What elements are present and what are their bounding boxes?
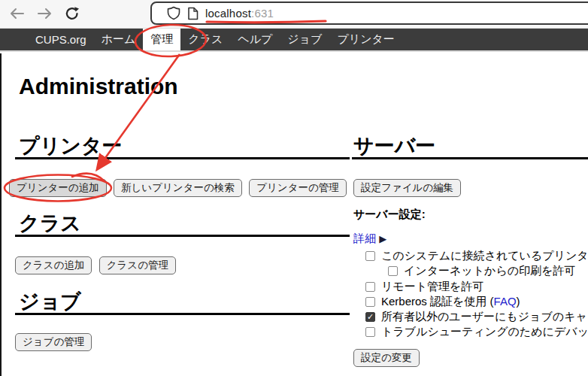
internet-printing-row: インターネットからの印刷を許可 xyxy=(388,263,576,278)
browser-toolbar: localhost:631 xyxy=(0,0,588,29)
manage-printers-button[interactable]: プリンターの管理 xyxy=(249,179,347,197)
url-host: localhost xyxy=(205,7,251,20)
reload-icon[interactable] xyxy=(65,6,80,24)
manage-jobs-button[interactable]: ジョブの管理 xyxy=(15,333,92,351)
cancel-jobs-checkbox[interactable]: ✓ xyxy=(365,312,375,322)
find-printers-button[interactable]: 新しいプリンターの検索 xyxy=(114,179,242,197)
printers-rule xyxy=(15,157,350,159)
server-rule xyxy=(352,157,588,159)
nav-home[interactable]: ホーム xyxy=(94,29,144,50)
cancel-jobs-row: ✓ 所有者以外のユーザーにもジョブのキャ xyxy=(365,309,587,324)
forward-icon[interactable] xyxy=(37,7,53,23)
edit-config-button[interactable]: 設定ファイルの編集 xyxy=(353,179,461,197)
url-text[interactable]: localhost:631 xyxy=(205,7,274,20)
share-printers-checkbox[interactable] xyxy=(365,251,375,261)
manage-classes-button[interactable]: クラスの管理 xyxy=(99,256,176,274)
debug-logging-label: トラブルシューティングのためにデバッ xyxy=(381,325,588,339)
classes-rule xyxy=(15,235,350,237)
jobs-rule xyxy=(15,313,350,315)
url-port: :631 xyxy=(251,7,274,20)
nav-classes[interactable]: クラス xyxy=(180,29,230,50)
debug-logging-checkbox[interactable] xyxy=(365,327,375,337)
internet-printing-label: インターネットからの印刷を許可 xyxy=(404,264,576,278)
internet-printing-checkbox[interactable] xyxy=(388,266,398,276)
nav-help[interactable]: ヘルプ xyxy=(230,29,280,50)
advanced-link[interactable]: 詳細 xyxy=(353,232,376,244)
cancel-jobs-label: 所有者以外のユーザーにもジョブのキャ xyxy=(381,310,587,324)
back-icon[interactable] xyxy=(8,7,25,23)
server-buttons: 設定ファイルの編集 xyxy=(353,179,465,197)
shield-icon[interactable] xyxy=(167,6,180,20)
server-heading: サーバー xyxy=(353,132,435,159)
cups-navbar: CUPS.org ホーム 管理 クラス ヘルプ ジョブ プリンター xyxy=(0,29,588,52)
change-settings-row: 設定の変更 xyxy=(353,349,423,367)
share-printers-label: このシステムに接続されているプリンタ xyxy=(381,249,588,263)
debug-logging-row: トラブルシューティングのためにデバッ xyxy=(365,324,588,339)
classes-heading: クラス xyxy=(19,210,81,237)
kerberos-row: Kerberos 認証を使用 (FAQ) xyxy=(365,294,520,309)
nav-printers[interactable]: プリンター xyxy=(329,29,402,50)
faq-link[interactable]: FAQ xyxy=(494,295,517,308)
nav-jobs[interactable]: ジョブ xyxy=(280,29,329,50)
advanced-arrow-icon[interactable]: ▶ xyxy=(379,233,386,244)
classes-buttons: クラスの追加 クラスの管理 xyxy=(15,256,180,274)
nav-administration[interactable]: 管理 xyxy=(143,29,180,50)
advanced-row: 詳細 ▶ xyxy=(353,232,386,246)
kerberos-checkbox[interactable] xyxy=(365,297,375,307)
add-printer-button[interactable]: プリンターの追加 xyxy=(9,179,107,197)
kerberos-label: Kerberos 認証を使用 (FAQ) xyxy=(381,295,520,309)
jobs-buttons: ジョブの管理 xyxy=(15,333,95,351)
share-printers-row: このシステムに接続されているプリンタ xyxy=(365,248,588,263)
page-info-icon[interactable] xyxy=(187,7,199,20)
remote-admin-row: リモート管理を許可 xyxy=(365,279,483,294)
jobs-heading: ジョブ xyxy=(19,288,81,315)
printers-heading: プリンター xyxy=(19,132,123,159)
kerberos-label-text: Kerberos 認証を使用 ( xyxy=(381,295,494,308)
window-left-border xyxy=(0,53,2,376)
page-title: Administration xyxy=(19,74,178,99)
add-class-button[interactable]: クラスの追加 xyxy=(15,256,92,274)
change-settings-button[interactable]: 設定の変更 xyxy=(353,349,420,367)
address-bar[interactable]: localhost:631 xyxy=(150,2,588,25)
printers-buttons: プリンターの追加 新しいプリンターの検索 プリンターの管理 xyxy=(9,179,350,197)
server-settings-label: サーバー設定: xyxy=(353,208,426,222)
nav-cups-org[interactable]: CUPS.org xyxy=(28,29,94,50)
remote-admin-checkbox[interactable] xyxy=(365,282,375,292)
kerberos-label-close: ) xyxy=(517,295,520,308)
remote-admin-label: リモート管理を許可 xyxy=(381,280,483,294)
